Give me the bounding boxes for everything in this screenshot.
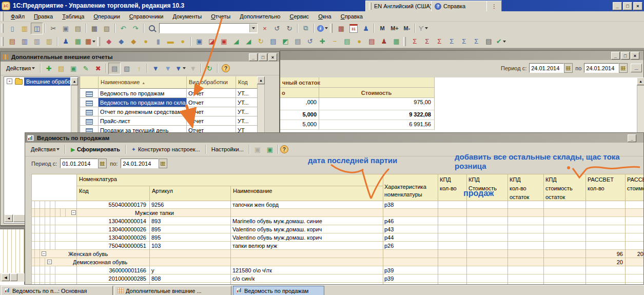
cell-article[interactable]: 895 <box>149 225 230 233</box>
balance-qty-cell[interactable]: ,000 <box>280 98 319 110</box>
search-dropdown-icon[interactable] <box>249 24 257 32</box>
column-header-name[interactable]: Наименование▲ <box>98 76 186 89</box>
scroll-left-icon[interactable]: ◄ <box>2 273 10 281</box>
warehouse-icon[interactable]: ▮ <box>152 35 164 47</box>
cell-article[interactable]: 893 <box>149 217 230 225</box>
tree-expander-icon[interactable]: + <box>7 78 12 84</box>
cell-characteristic[interactable]: p39 <box>383 266 438 274</box>
scale-down-icon[interactable]: ↻ <box>283 23 296 34</box>
structure-icon[interactable]: ▦ <box>390 35 402 47</box>
cell-code[interactable]: 750400000051 <box>76 242 149 250</box>
balance-cost-cell[interactable]: 6 991,56 <box>319 120 434 130</box>
cell-code[interactable]: 201000000285 <box>76 274 149 283</box>
list-row-code[interactable]: УТ... <box>236 98 257 107</box>
list-row-type[interactable]: Отчет <box>186 116 236 126</box>
remove-money-icon[interactable]: − <box>328 35 341 47</box>
undo-icon[interactable]: ↶ <box>117 23 129 34</box>
print-icon[interactable]: ▦ <box>88 23 101 34</box>
doc-journal-icon[interactable]: ▤ <box>267 35 279 47</box>
cell-characteristic[interactable]: p44 <box>383 233 438 242</box>
cell-article[interactable]: 9256 <box>149 201 230 209</box>
user-permissions-icon[interactable]: ♟ <box>360 23 372 34</box>
menu-item-окна[interactable]: Окна <box>314 12 336 21</box>
cell-rassvet-cost[interactable]: 20 <box>625 250 644 258</box>
new-document-icon[interactable]: ▯ <box>6 23 18 34</box>
save-icon[interactable]: ◫ <box>31 23 43 34</box>
gold-coin-icon[interactable]: ● <box>353 35 365 47</box>
doc-list-icon[interactable]: ▤ <box>291 35 304 47</box>
maximize-button[interactable]: □ <box>623 2 632 10</box>
menu-item-правка[interactable]: Правка <box>29 12 57 21</box>
cell-article[interactable]: 103 <box>149 242 230 250</box>
menu-item-справка[interactable]: Справка <box>336 12 367 21</box>
cell-code[interactable]: 130400000026 <box>76 233 149 242</box>
scroll-up-icon[interactable]: ▲ <box>637 77 644 85</box>
search-input[interactable] <box>160 25 249 32</box>
list-row-code[interactable]: УТ... <box>236 107 257 116</box>
balance-qty-cell[interactable]: 5,000 <box>280 120 319 130</box>
cell-characteristic[interactable]: p39 <box>383 274 438 283</box>
menu-item-справочники[interactable]: Справочники <box>125 12 168 21</box>
cell-rassvet-qty[interactable]: 20 <box>586 258 625 266</box>
info-icon[interactable]: i <box>316 23 329 34</box>
cell-name[interactable]: Marinello обувь муж.домаш. синие <box>230 217 383 225</box>
service-wrench-icon[interactable]: Ƴ <box>417 23 430 34</box>
cell-name[interactable]: тапочки жен борд <box>230 201 383 209</box>
cell-code[interactable]: 550400000179 <box>76 201 149 209</box>
collapse-group-icon[interactable]: − <box>42 251 46 256</box>
cell-article[interactable]: y <box>149 266 230 274</box>
open-document-icon[interactable]: ▥ <box>18 23 31 34</box>
cell-name[interactable]: Valentino обувь муж.домаш. корич <box>230 225 383 233</box>
add-money-icon[interactable]: ✚ <box>316 35 328 47</box>
report-sigma-icon[interactable]: Σ <box>445 35 458 47</box>
column-header-code[interactable]: Код <box>236 76 257 89</box>
list-row-type[interactable]: Отчет <box>186 98 236 107</box>
manager-icon[interactable]: ♟ <box>378 35 390 47</box>
print-doc-icon[interactable]: ▥ <box>31 35 43 47</box>
memory-icon[interactable]: M <box>376 23 388 34</box>
incoming-icon[interactable]: ◩ <box>279 35 291 47</box>
list-vertical-scrollbar[interactable] <box>257 84 265 135</box>
taskbar-tab-2[interactable]: Дополнительные внешние ... <box>114 286 231 295</box>
list-row-type[interactable]: Отчет <box>186 89 236 98</box>
menu-item-дополнительно[interactable]: Дополнительно <box>235 12 285 21</box>
menu-item-отчеты[interactable]: Отчеты <box>206 12 235 21</box>
balance-cost-cell[interactable]: 975,00 <box>319 98 434 110</box>
balance-cost-cell[interactable]: 9 322,08 <box>319 110 434 120</box>
tree-item-external-reports[interactable]: Внешние обработ <box>24 77 70 86</box>
turnover-icon[interactable]: ↻ <box>255 35 267 47</box>
supplier-icon[interactable]: ◆ <box>127 35 140 47</box>
calendar-icon[interactable]: 31 <box>347 23 360 34</box>
list-row-code[interactable]: УТ... <box>236 116 257 126</box>
customer-icon[interactable]: ◆ <box>103 35 115 47</box>
scroll-up-icon[interactable]: ▲ <box>71 77 78 85</box>
list-row-code[interactable]: УТ... <box>236 89 257 98</box>
language-bar[interactable]: EN Английский (США) <box>365 1 436 12</box>
redo-icon[interactable]: ↷ <box>129 23 142 34</box>
scale-up-icon[interactable]: ↺ <box>271 23 283 34</box>
cell-characteristic[interactable]: p38 <box>383 201 438 209</box>
cell-code[interactable]: 360000001166 <box>76 266 149 274</box>
cell-name[interactable]: тапки велюр муж <box>230 242 383 250</box>
help-panel[interactable]: ? Справка <box>431 1 492 12</box>
find-icon[interactable] <box>146 23 158 34</box>
cell-code[interactable]: 130400000014 <box>76 217 149 225</box>
cashbox-icon[interactable]: ▦ <box>72 35 84 47</box>
menu-item-операции[interactable]: Операции <box>89 12 124 21</box>
cash-icon[interactable]: ▬ <box>164 35 177 47</box>
list-row-name[interactable]: Ведомость по продажам <box>98 89 186 98</box>
menu-item-файл[interactable]: Файл <box>6 12 29 21</box>
receipt-icon[interactable]: ◢ <box>242 35 255 47</box>
horizontal-scrollbar[interactable]: ◄ <box>0 273 25 282</box>
return-doc-icon[interactable]: ◪ <box>205 35 218 47</box>
print-doc-icon[interactable]: ▥ <box>18 35 31 47</box>
list-row-name[interactable]: Ведомость по продажам по скла... <box>98 98 186 107</box>
calculator-icon[interactable]: ▦ <box>335 23 347 34</box>
cell-code[interactable]: 130400000026 <box>76 225 149 233</box>
collapse-group-icon[interactable]: − <box>71 210 76 215</box>
memory-plus-icon[interactable]: M+ <box>388 23 401 34</box>
print-doc-icon[interactable]: ▥ <box>43 35 55 47</box>
contractors-icon[interactable]: ♟ <box>60 35 72 47</box>
catalog-icon[interactable]: ▤ <box>6 35 18 47</box>
exchange-icon[interactable]: ↺ <box>304 35 316 47</box>
